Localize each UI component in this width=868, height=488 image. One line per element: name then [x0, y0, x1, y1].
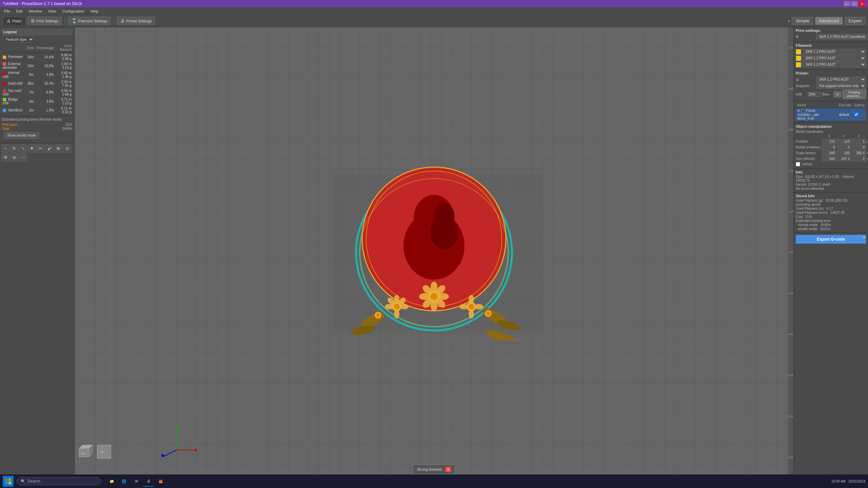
editing-checkbox[interactable]: [854, 112, 859, 117]
svg-rect-57: [8, 478, 11, 481]
notification-close[interactable]: ✕: [446, 467, 451, 472]
menu-edit[interactable]: Edit: [14, 8, 25, 14]
taskbar-app-browser[interactable]: 🌐: [119, 476, 130, 487]
minimize-button[interactable]: —: [844, 1, 850, 6]
view-cube-svg: Top: [77, 443, 94, 460]
taskbar-app-extra[interactable]: 🦊: [155, 476, 166, 487]
menu-help[interactable]: Help: [88, 8, 101, 14]
filament-select-2[interactable]: SKR 1.2 PRO A10T: [803, 55, 866, 61]
used-filament-g-row: Used Filament (g) 18.55 (283.55): [796, 199, 866, 202]
scale-unit: %: [867, 151, 868, 155]
tool-cut[interactable]: ✂: [37, 144, 45, 152]
info-volume-value: 18092.75: [796, 179, 810, 182]
visibility-icon: 👁: [797, 109, 800, 113]
print-settings-select[interactable]: SKR 1.2 PRO A10T (modified): [816, 34, 868, 40]
legend-row-pct: 35.4%: [35, 79, 55, 88]
size-x[interactable]: [822, 156, 836, 161]
toolbar-separator-1: [65, 17, 65, 25]
print-settings-row: ⚙ SKR 1.2 PRO A10T (modified) ✎: [796, 34, 866, 40]
tool-sla[interactable]: ◎: [10, 153, 18, 161]
tool-paint[interactable]: 🖌: [45, 144, 54, 152]
filament-select-3[interactable]: SKR 1.2 PRO A10T: [803, 62, 866, 67]
est-time-label: Estimated printing time:: [796, 219, 831, 223]
position-y[interactable]: [837, 139, 851, 144]
info-facets-value: 32188 (1 shell): [808, 183, 830, 186]
mode-advanced-button[interactable]: Advanced: [815, 17, 843, 25]
legend-row-usage: 1.04 m 3.13 g: [55, 61, 73, 70]
menu-view[interactable]: View: [45, 8, 59, 14]
col-name-header: Name: [796, 103, 837, 108]
svg-marker-45: [175, 425, 178, 428]
tool-move[interactable]: ↔: [1, 144, 9, 152]
position-z[interactable]: [852, 139, 866, 144]
scale-y[interactable]: [837, 150, 851, 156]
filament-select-1[interactable]: SKR 1.2 PRO A10T: [803, 49, 866, 55]
feature-type-row: Feature type: [1, 35, 73, 43]
tab-filament-settings[interactable]: 🧵 Filament Settings: [68, 17, 111, 25]
maximize-button[interactable]: □: [851, 1, 858, 6]
tool-scale[interactable]: ⤡: [19, 144, 27, 152]
mode-expert-button[interactable]: Expert: [845, 17, 865, 25]
col-used-filament: Used filament: [55, 43, 73, 53]
export-gcode-button[interactable]: Export G-code: [796, 235, 866, 244]
cost-value: 0.05: [806, 215, 812, 219]
model-svg: [315, 164, 553, 341]
view-flat[interactable]: Flat: [96, 443, 113, 461]
tab-filament-settings-label: Filament Settings: [78, 19, 107, 23]
tool-seam[interactable]: ⊙: [63, 144, 71, 152]
printer-select[interactable]: SKR 1.2 PRO A10T: [816, 77, 866, 82]
taskbar-app-file-explorer[interactable]: 📁: [106, 476, 117, 487]
print-settings-section: Print settings: ⚙ SKR 1.2 PRO A10T (modi…: [794, 27, 868, 42]
est-time-row: Estimated printing time:: [796, 219, 866, 223]
inches-checkbox[interactable]: [796, 162, 800, 166]
ruler-label: -2.00: [788, 46, 793, 49]
tab-print-settings[interactable]: ⚙ Print Settings: [27, 17, 62, 25]
scale-z[interactable]: [852, 150, 866, 156]
taskbar-app-mail[interactable]: ✉: [131, 476, 142, 487]
legend-row-usage: 0.96 m 2.89 g: [55, 53, 73, 62]
supports-select[interactable]: For support enforcers only: [816, 83, 866, 89]
ruler-label: -0.20: [788, 415, 793, 418]
rotate-y[interactable]: [837, 145, 851, 150]
tool-place[interactable]: ▼: [28, 144, 36, 152]
normal-mode-label: - normal mode: [796, 223, 817, 227]
legend-row-name: External perimeter: [1, 61, 25, 70]
view-cube[interactable]: Top: [77, 443, 94, 461]
viewport[interactable]: Top Flat -2.00-1.80-1.60-1.40-1.20-1.00-…: [75, 27, 793, 478]
purging-volumes-button[interactable]: Purging volumes...: [843, 89, 866, 99]
total-time-row: Total: 1h46m: [2, 127, 72, 130]
brim-x-button[interactable]: ✕: [834, 92, 841, 97]
menu-file[interactable]: File: [1, 8, 13, 14]
xyz-header-row: X Y Z: [796, 135, 866, 138]
col-editing-header: Editing: [853, 103, 866, 108]
info-size-row: Size: 150.00 x 147.10 x 2.00 Volume: 180…: [796, 175, 866, 182]
size-z[interactable]: [852, 156, 866, 161]
tool-support[interactable]: ⊕: [54, 144, 62, 152]
mode-simple-button[interactable]: Simple: [792, 17, 813, 25]
close-button[interactable]: ✕: [859, 1, 865, 6]
feature-type-select[interactable]: Feature type: [3, 36, 34, 43]
tool-settings[interactable]: ⚙: [1, 153, 9, 161]
show-stealth-button[interactable]: Show stealth mode: [4, 132, 39, 139]
size-y[interactable]: [837, 156, 851, 161]
infill-input[interactable]: [807, 92, 821, 97]
object-row[interactable]: 👁 Floral-romantic-...ple-decor_4.stl def…: [796, 108, 866, 121]
legend-title: Legend: [3, 30, 17, 34]
rotate-x[interactable]: [822, 145, 836, 150]
taskbar-search[interactable]: 🔍 Search: [16, 477, 101, 485]
start-button[interactable]: [3, 476, 14, 487]
rotate-z[interactable]: [852, 145, 866, 150]
object-table: Name Extruder Editing 👁 Floral-romantic-…: [796, 103, 866, 121]
menu-configuration[interactable]: Configuration: [59, 8, 87, 14]
tab-printer-settings[interactable]: 🖨 Printer Settings: [117, 17, 155, 25]
taskbar-app-prusaslicer[interactable]: 🖨: [143, 476, 154, 487]
tool-more[interactable]: ⋯: [19, 153, 27, 161]
taskbar-apps: 📁 🌐 ✉ 🖨 🦊: [106, 476, 166, 487]
menu-window[interactable]: Window: [26, 8, 45, 14]
tab-plater[interactable]: 🖨 Plater: [3, 17, 26, 25]
col-time: Time: [25, 43, 35, 53]
tool-rotate[interactable]: ↻: [10, 144, 18, 152]
scale-x[interactable]: [822, 150, 836, 156]
normal-mode-row: - normal mode 1h46m: [796, 223, 866, 227]
position-x[interactable]: [822, 139, 836, 144]
